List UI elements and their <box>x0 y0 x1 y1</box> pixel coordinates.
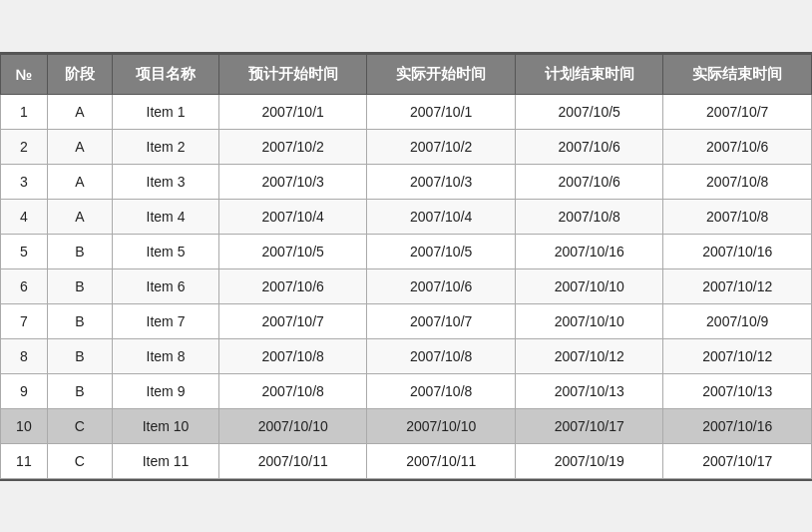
row-planned-start: 2007/10/3 <box>218 164 367 199</box>
row-number: 7 <box>1 303 48 338</box>
table-row: 1AItem 12007/10/12007/10/12007/10/52007/… <box>1 94 812 129</box>
header-col-6: 实际结束时间 <box>663 54 812 94</box>
row-number: 3 <box>1 164 48 199</box>
row-name: Item 11 <box>113 443 219 478</box>
main-table-container: №阶段项目名称预计开始时间实际开始时间计划结束时间实际结束时间 1AItem 1… <box>0 52 812 481</box>
row-actual-start: 2007/10/11 <box>367 443 516 478</box>
row-phase: A <box>47 199 112 234</box>
row-actual-start: 2007/10/7 <box>367 303 516 338</box>
row-name: Item 7 <box>113 303 219 338</box>
row-phase: A <box>47 94 112 129</box>
row-phase: C <box>47 443 112 478</box>
row-planned-start: 2007/10/8 <box>218 373 367 408</box>
row-phase: B <box>47 338 112 373</box>
row-actual-end: 2007/10/16 <box>663 408 812 443</box>
header-col-4: 实际开始时间 <box>367 54 516 94</box>
row-planned-end: 2007/10/12 <box>515 338 663 373</box>
row-name: Item 3 <box>113 164 219 199</box>
row-phase: B <box>47 303 112 338</box>
row-planned-start: 2007/10/7 <box>218 303 367 338</box>
row-planned-start: 2007/10/8 <box>218 338 367 373</box>
row-phase: B <box>47 373 112 408</box>
row-actual-start: 2007/10/3 <box>367 164 516 199</box>
row-name: Item 4 <box>113 199 219 234</box>
row-planned-start: 2007/10/6 <box>218 268 367 303</box>
row-number: 6 <box>1 268 48 303</box>
row-name: Item 5 <box>113 234 219 268</box>
row-actual-start: 2007/10/2 <box>367 129 516 164</box>
row-planned-end: 2007/10/10 <box>515 268 663 303</box>
row-number: 9 <box>1 373 48 408</box>
row-actual-end: 2007/10/12 <box>663 338 812 373</box>
row-phase: C <box>47 408 112 443</box>
table-row: 2AItem 22007/10/22007/10/22007/10/62007/… <box>1 129 812 164</box>
row-actual-start: 2007/10/4 <box>367 199 516 234</box>
row-name: Item 8 <box>113 338 219 373</box>
table-body: 1AItem 12007/10/12007/10/12007/10/52007/… <box>1 94 812 478</box>
row-planned-end: 2007/10/19 <box>515 443 663 478</box>
table-row: 6BItem 62007/10/62007/10/62007/10/102007… <box>1 268 812 303</box>
row-planned-end: 2007/10/5 <box>515 94 663 129</box>
row-planned-start: 2007/10/4 <box>218 199 367 234</box>
row-phase: B <box>47 268 112 303</box>
row-planned-end: 2007/10/6 <box>515 129 663 164</box>
row-actual-start: 2007/10/1 <box>367 94 516 129</box>
table-row: 3AItem 32007/10/32007/10/32007/10/62007/… <box>1 164 812 199</box>
row-number: 4 <box>1 199 48 234</box>
header-col-0: № <box>1 54 48 94</box>
data-table: №阶段项目名称预计开始时间实际开始时间计划结束时间实际结束时间 1AItem 1… <box>0 54 812 479</box>
row-planned-end: 2007/10/16 <box>515 234 663 268</box>
table-row: 10CItem 102007/10/102007/10/102007/10/17… <box>1 408 812 443</box>
row-phase: A <box>47 129 112 164</box>
row-name: Item 6 <box>113 268 219 303</box>
header-col-1: 阶段 <box>47 54 112 94</box>
row-actual-start: 2007/10/8 <box>367 338 516 373</box>
row-name: Item 10 <box>113 408 219 443</box>
row-planned-start: 2007/10/2 <box>218 129 367 164</box>
row-planned-start: 2007/10/10 <box>218 408 367 443</box>
row-actual-end: 2007/10/6 <box>663 129 812 164</box>
row-name: Item 2 <box>113 129 219 164</box>
table-row: 4AItem 42007/10/42007/10/42007/10/82007/… <box>1 199 812 234</box>
row-planned-end: 2007/10/17 <box>515 408 663 443</box>
row-actual-start: 2007/10/10 <box>367 408 516 443</box>
row-actual-start: 2007/10/8 <box>367 373 516 408</box>
row-number: 10 <box>1 408 48 443</box>
row-number: 2 <box>1 129 48 164</box>
row-phase: B <box>47 234 112 268</box>
row-planned-end: 2007/10/10 <box>515 303 663 338</box>
row-planned-start: 2007/10/1 <box>218 94 367 129</box>
row-planned-end: 2007/10/6 <box>515 164 663 199</box>
row-planned-start: 2007/10/11 <box>218 443 367 478</box>
table-row: 9BItem 92007/10/82007/10/82007/10/132007… <box>1 373 812 408</box>
header-row: №阶段项目名称预计开始时间实际开始时间计划结束时间实际结束时间 <box>1 54 812 94</box>
row-phase: A <box>47 164 112 199</box>
row-name: Item 1 <box>113 94 219 129</box>
row-planned-start: 2007/10/5 <box>218 234 367 268</box>
table-row: 5BItem 52007/10/52007/10/52007/10/162007… <box>1 234 812 268</box>
row-actual-end: 2007/10/16 <box>663 234 812 268</box>
row-actual-end: 2007/10/13 <box>663 373 812 408</box>
row-actual-end: 2007/10/8 <box>663 199 812 234</box>
row-number: 5 <box>1 234 48 268</box>
header-col-3: 预计开始时间 <box>218 54 367 94</box>
row-actual-end: 2007/10/8 <box>663 164 812 199</box>
row-name: Item 9 <box>113 373 219 408</box>
row-actual-end: 2007/10/17 <box>663 443 812 478</box>
header-col-5: 计划结束时间 <box>515 54 663 94</box>
row-planned-end: 2007/10/8 <box>515 199 663 234</box>
row-planned-end: 2007/10/13 <box>515 373 663 408</box>
table-row: 11CItem 112007/10/112007/10/112007/10/19… <box>1 443 812 478</box>
row-number: 11 <box>1 443 48 478</box>
row-actual-end: 2007/10/7 <box>663 94 812 129</box>
row-actual-start: 2007/10/5 <box>367 234 516 268</box>
header-col-2: 项目名称 <box>113 54 219 94</box>
row-number: 1 <box>1 94 48 129</box>
row-actual-end: 2007/10/9 <box>663 303 812 338</box>
table-row: 8BItem 82007/10/82007/10/82007/10/122007… <box>1 338 812 373</box>
row-number: 8 <box>1 338 48 373</box>
table-row: 7BItem 72007/10/72007/10/72007/10/102007… <box>1 303 812 338</box>
row-actual-start: 2007/10/6 <box>367 268 516 303</box>
row-actual-end: 2007/10/12 <box>663 268 812 303</box>
